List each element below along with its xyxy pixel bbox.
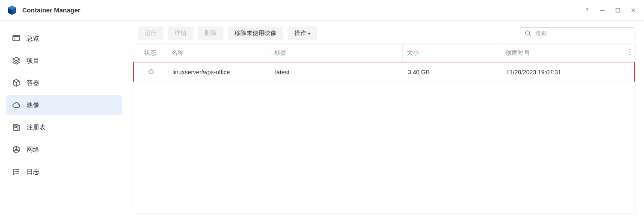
svg-point-16	[13, 173, 14, 174]
close-icon[interactable]	[629, 6, 637, 14]
action-label: 操作	[294, 29, 306, 36]
sidebar-item-label: 项目	[27, 57, 39, 65]
app-logo-icon	[7, 5, 17, 15]
sidebar-item-layers[interactable]: 项目	[6, 50, 122, 71]
sidebar-item-list[interactable]: 日志	[6, 161, 122, 182]
header-status[interactable]: 状态	[133, 44, 167, 62]
registry-icon	[12, 123, 21, 132]
table-menu-icon[interactable]	[629, 49, 631, 57]
svg-point-3	[587, 12, 587, 12]
svg-rect-5	[616, 8, 620, 12]
sidebar-item-label: 日志	[27, 168, 39, 176]
maximize-icon[interactable]	[614, 6, 622, 14]
cloud-icon	[12, 101, 21, 109]
sidebar-item-label: 总览	[27, 35, 39, 43]
cell-tag: latest	[271, 69, 318, 76]
remove-unused-button[interactable]: 移除未使用映像	[228, 26, 283, 40]
delete-button[interactable]: 删除	[198, 26, 223, 40]
help-icon[interactable]	[583, 6, 591, 14]
header-created[interactable]: 创建时间	[501, 44, 635, 62]
svg-point-17	[525, 31, 530, 35]
content-area: 运行 详情 删除 移除未使用映像 操作▾ 状态 名称 标签	[128, 21, 644, 220]
svg-rect-4	[600, 10, 605, 11]
svg-marker-9	[13, 57, 20, 61]
sidebar-item-dashboard[interactable]: 总览	[6, 28, 122, 49]
network-icon	[12, 145, 21, 154]
search-icon	[525, 30, 531, 37]
svg-point-12	[15, 126, 17, 128]
svg-point-14	[13, 169, 14, 170]
status-circle-icon	[148, 69, 154, 74]
sidebar-item-network[interactable]: 网络	[6, 139, 122, 160]
toolbar: 运行 详情 删除 移除未使用映像 操作▾	[133, 26, 635, 40]
layers-icon	[12, 56, 21, 65]
cell-name: linuxserver/wps-office	[168, 69, 271, 76]
header-tag[interactable]: 标签	[270, 44, 403, 62]
table-row[interactable]: linuxserver/wps-officelatest3.40 GB11/20…	[133, 62, 635, 82]
app-title: Container Manager	[22, 6, 583, 14]
cube-icon	[12, 79, 21, 87]
cell-status	[134, 69, 168, 76]
sidebar-item-label: 注册表	[27, 123, 46, 132]
header-size[interactable]: 大小	[403, 44, 501, 62]
sidebar-item-cube[interactable]: 容器	[6, 73, 122, 93]
action-dropdown[interactable]: 操作▾	[288, 26, 317, 40]
svg-rect-7	[13, 35, 20, 37]
sidebar-item-registry[interactable]: 注册表	[6, 117, 122, 138]
chevron-down-icon: ▾	[308, 31, 310, 36]
sidebar-item-label: 容器	[27, 79, 39, 87]
main: 总览项目容器映像注册表网络日志 运行 详情 删除 移除未使用映像 操作▾	[0, 21, 644, 220]
svg-point-8	[14, 38, 15, 39]
search-box[interactable]	[520, 27, 635, 39]
sidebar-item-label: 映像	[27, 101, 39, 109]
window-controls	[583, 6, 637, 14]
svg-point-15	[13, 171, 14, 172]
cell-created: 11/20/2023 19:07:31	[502, 69, 634, 76]
header-name[interactable]: 名称	[167, 44, 270, 62]
table-header: 状态 名称 标签 大小 创建时间	[133, 44, 635, 62]
cell-size: 3.40 GB	[404, 69, 502, 76]
svg-point-19	[629, 52, 631, 53]
svg-point-20	[629, 54, 631, 56]
detail-button[interactable]: 详情	[168, 26, 193, 40]
sidebar-item-cloud[interactable]: 映像	[6, 95, 122, 115]
table-body: linuxserver/wps-officelatest3.40 GB11/20…	[133, 62, 635, 82]
minimize-icon[interactable]	[599, 6, 606, 14]
sidebar: 总览项目容器映像注册表网络日志	[0, 21, 128, 220]
images-table: 状态 名称 标签 大小 创建时间 linuxserver/wps-officel…	[133, 44, 635, 214]
run-button[interactable]: 运行	[138, 26, 163, 40]
sidebar-item-label: 网络	[27, 146, 39, 154]
list-icon	[12, 167, 21, 176]
svg-point-18	[629, 49, 631, 50]
search-input[interactable]	[535, 30, 631, 37]
dashboard-icon	[12, 34, 21, 43]
titlebar: Container Manager	[0, 0, 644, 21]
